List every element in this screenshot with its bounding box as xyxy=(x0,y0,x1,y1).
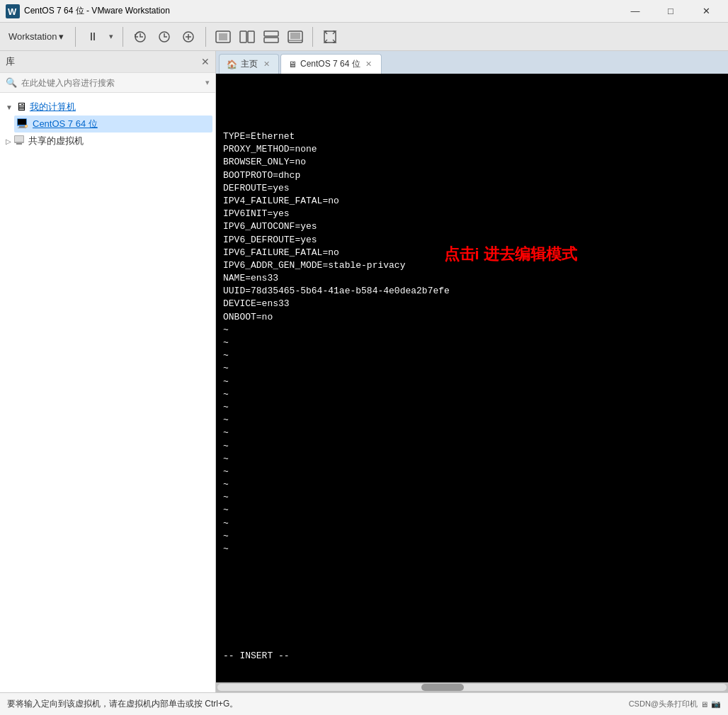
term-line: ~ xyxy=(216,324,728,337)
close-sidebar-button[interactable]: ✕ xyxy=(201,56,210,67)
maximize-button[interactable]: □ xyxy=(654,3,687,20)
pause-controls: ⏸ ▾ xyxy=(81,26,117,48)
window-title: CentOS 7 64 位 - VMware Workstation xyxy=(24,5,619,17)
search-bar: 🔍 ▾ xyxy=(0,73,215,93)
pause-dropdown[interactable]: ▾ xyxy=(106,26,117,48)
term-line: ~ xyxy=(216,517,728,530)
svg-rect-19 xyxy=(18,128,26,128)
shared-vms-label[interactable]: 共享的虚拟机 xyxy=(28,135,84,147)
term-line: PROXY_METHOD=none xyxy=(216,143,728,156)
term-line: ~ xyxy=(216,388,728,401)
vm-display[interactable]: TYPE=EthernetPROXY_METHOD=noneBROWSER_ON… xyxy=(216,74,728,682)
view-btn-2[interactable] xyxy=(236,26,258,48)
term-line: IPV6_AUTOCONF=yes xyxy=(216,220,728,233)
snapshot-btn-3[interactable] xyxy=(177,26,200,48)
expand-icon: ▼ xyxy=(6,103,13,111)
tree-child: CentOS 7 64 位 xyxy=(14,116,212,133)
title-bar: W CentOS 7 64 位 - VMware Workstation — □… xyxy=(0,0,728,23)
library-title: 库 xyxy=(6,55,15,68)
term-line: ~ xyxy=(216,440,728,453)
svg-rect-10 xyxy=(248,31,254,43)
snapshot-btn-1[interactable] xyxy=(129,26,152,48)
term-line: NAME=ens33 xyxy=(216,272,728,285)
svg-rect-8 xyxy=(219,33,227,40)
svg-rect-24 xyxy=(15,136,23,142)
my-computer-item[interactable]: ▼ 🖥 我的计算机 xyxy=(3,98,212,116)
tab-home-close[interactable]: ✕ xyxy=(261,60,271,69)
term-line: ~ xyxy=(216,427,728,439)
vm-label[interactable]: CentOS 7 64 位 xyxy=(33,118,98,130)
svg-rect-12 xyxy=(264,38,278,43)
term-line: ~ xyxy=(216,414,728,427)
fullscreen-button[interactable] xyxy=(319,26,341,48)
tab-home[interactable]: 🏠 主页 ✕ xyxy=(219,54,279,74)
shared-vms-item[interactable]: ▷ 共享的虚拟机 xyxy=(3,133,212,150)
scrollbar-thumb[interactable] xyxy=(421,684,464,691)
search-icon: 🔍 xyxy=(6,77,17,88)
vm-item[interactable]: CentOS 7 64 位 xyxy=(14,116,212,133)
tab-centos[interactable]: 🖥 CentOS 7 64 位 ✕ xyxy=(280,54,382,74)
svg-rect-9 xyxy=(240,31,246,43)
status-right-text: CSDN@头条打印机 xyxy=(629,699,698,709)
term-line: ~ xyxy=(216,466,728,478)
term-line: ~ xyxy=(216,543,728,556)
view-btn-4[interactable] xyxy=(284,26,307,48)
term-line: ~ xyxy=(216,530,728,543)
view-controls xyxy=(212,26,307,48)
workstation-menu[interactable]: Workstation ▾ xyxy=(3,28,69,45)
svg-text:W: W xyxy=(8,6,17,17)
term-line: ~ xyxy=(216,349,728,362)
pause-button[interactable]: ⏸ xyxy=(81,26,104,48)
status-icon-2: 📷 xyxy=(711,699,721,709)
term-line: BOOTPROTO=dhcp xyxy=(216,169,728,182)
svg-rect-18 xyxy=(19,126,25,128)
hint-text: 点击i 进去编辑模式 xyxy=(444,244,577,265)
term-line: IPV6INIT=yes xyxy=(216,208,728,220)
vm-scrollbar[interactable] xyxy=(216,682,728,692)
sidebar-header: 库 ✕ xyxy=(0,51,215,73)
my-computer-label[interactable]: 我的计算机 xyxy=(30,101,76,113)
menu-separator-2 xyxy=(123,27,123,47)
term-line: ~ xyxy=(216,337,728,349)
term-line: ~ xyxy=(216,453,728,466)
status-icon-1: 🖥 xyxy=(700,700,708,709)
vm-icon xyxy=(17,118,28,130)
svg-rect-11 xyxy=(264,31,278,36)
term-line: BROWSER_ONLY=no xyxy=(216,156,728,169)
computer-icon: 🖥 xyxy=(16,101,27,113)
shared-icon xyxy=(14,135,25,147)
term-line: ~ xyxy=(216,376,728,388)
svg-rect-23 xyxy=(16,143,22,145)
close-button[interactable]: ✕ xyxy=(690,3,722,20)
insert-status: -- INSERT -- xyxy=(223,651,290,661)
term-line: ~ xyxy=(216,401,728,414)
view-btn-3[interactable] xyxy=(260,26,283,48)
tree-area: ▼ 🖥 我的计算机 CentOS 7 64 位 ▷ 共享的虚拟机 xyxy=(0,93,215,692)
term-line: ~ xyxy=(216,478,728,491)
search-input[interactable] xyxy=(21,78,205,88)
tab-home-label: 主页 xyxy=(241,58,258,70)
tab-centos-label: CentOS 7 64 位 xyxy=(300,58,360,70)
term-line: ~ xyxy=(216,362,728,375)
tab-centos-close[interactable]: ✕ xyxy=(364,60,374,69)
term-line: DEFROUTE=yes xyxy=(216,182,728,195)
window-controls: — □ ✕ xyxy=(619,3,722,20)
search-dropdown-icon[interactable]: ▾ xyxy=(205,78,210,87)
term-line: ONBOOT=no xyxy=(216,311,728,324)
menu-separator-3 xyxy=(205,27,206,47)
view-btn-1[interactable] xyxy=(212,26,234,48)
app-icon: W xyxy=(6,4,20,18)
main-layout: 库 ✕ 🔍 ▾ ▼ 🖥 我的计算机 CentOS 7 64 位 xyxy=(0,51,728,692)
term-line: IPV4_FAILURE_FATAL=no xyxy=(216,195,728,208)
term-line: UUID=78d35465-5b64-41ae-b584-4e0dea2b7ef… xyxy=(216,285,728,298)
minimize-button[interactable]: — xyxy=(619,3,652,20)
shared-expand-icon: ▷ xyxy=(6,137,11,145)
workstation-label: Workstation xyxy=(8,31,57,42)
snapshot-btn-2[interactable] xyxy=(153,26,176,48)
home-icon: 🏠 xyxy=(227,60,237,69)
term-line: ~ xyxy=(216,491,728,504)
svg-rect-15 xyxy=(290,33,300,39)
menu-separator-1 xyxy=(75,27,76,47)
tabs: 🏠 主页 ✕ 🖥 CentOS 7 64 位 ✕ xyxy=(216,51,728,74)
workstation-dropdown-icon: ▾ xyxy=(59,31,64,42)
